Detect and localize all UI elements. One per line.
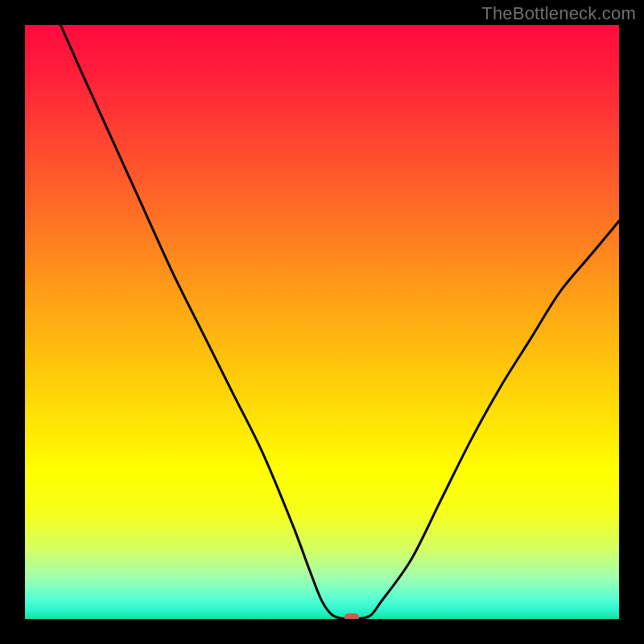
optimal-point-marker [345, 613, 359, 619]
bottleneck-chart [25, 25, 619, 619]
gradient-background [25, 25, 619, 619]
attribution-label: TheBottleneck.com [481, 3, 636, 24]
chart-svg [25, 25, 619, 619]
chart-frame: TheBottleneck.com [0, 0, 644, 644]
